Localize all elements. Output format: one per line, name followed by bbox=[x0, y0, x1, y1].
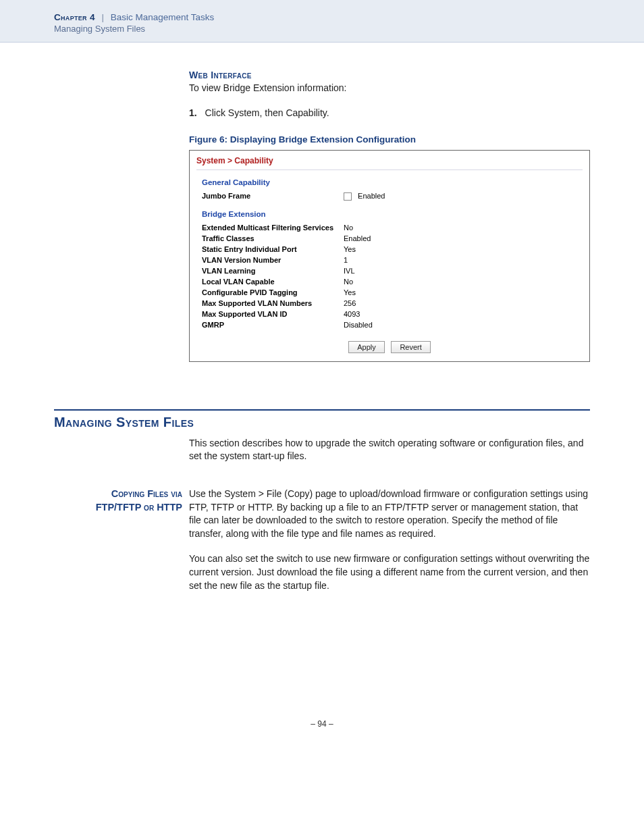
subsection: Copying Files via FTP/TFTP or HTTP Use t… bbox=[54, 488, 590, 604]
bridge-row-value: No bbox=[344, 278, 353, 286]
jumbo-frame-text: Enabled bbox=[358, 192, 385, 200]
web-interface-heading: Web Interface bbox=[189, 70, 590, 80]
bridge-row-value: 256 bbox=[344, 299, 356, 307]
bridge-row: Configurable PVID TaggingYes bbox=[196, 287, 583, 298]
bridge-row: Extended Multicast Filtering ServicesNo bbox=[196, 222, 583, 233]
bridge-row: Max Supported VLAN Numbers256 bbox=[196, 298, 583, 309]
bridge-row: GMRPDisabled bbox=[196, 319, 583, 330]
bridge-row-value: IVL bbox=[344, 267, 355, 275]
web-interface-intro: To view Bridge Extension information: bbox=[189, 82, 590, 95]
subsection-para1: Use the System > File (Copy) page to upl… bbox=[189, 488, 590, 540]
bridge-row-value: 4093 bbox=[344, 310, 360, 318]
side-heading-line1: Copying Files via bbox=[54, 488, 182, 501]
bridge-row-label: Max Supported VLAN ID bbox=[202, 310, 344, 318]
section-intro: This section describes how to upgrade th… bbox=[189, 437, 590, 463]
jumbo-frame-label: Jumbo Frame bbox=[202, 192, 344, 200]
chapter-label: Chapter 4 bbox=[54, 12, 95, 22]
bridge-row: VLAN LearningIVL bbox=[196, 265, 583, 276]
figure-breadcrumb: System > Capability bbox=[196, 156, 583, 170]
section-heading: Managing System Files bbox=[54, 415, 590, 430]
bridge-row: Local VLAN CapableNo bbox=[196, 276, 583, 287]
jumbo-frame-row: Jumbo Frame Enabled bbox=[196, 190, 583, 202]
figure-screenshot: System > Capability General Capability J… bbox=[189, 150, 590, 362]
bridge-row-value: Disabled bbox=[344, 321, 373, 329]
subsection-side-heading: Copying Files via FTP/TFTP or HTTP bbox=[54, 488, 189, 604]
figure-button-row: Apply Revert bbox=[196, 341, 583, 353]
bridge-row-label: Local VLAN Capable bbox=[202, 278, 344, 286]
separator: | bbox=[101, 12, 104, 22]
page-content: Web Interface To view Bridge Extension i… bbox=[54, 70, 590, 604]
bridge-row-value: Yes bbox=[344, 288, 356, 296]
step-1: 1. Click System, then Capability. bbox=[189, 107, 590, 120]
bridge-row-value: Yes bbox=[344, 245, 356, 253]
chapter-line: Chapter 4 | Basic Management Tasks bbox=[54, 12, 590, 22]
figure-caption: Figure 6: Displaying Bridge Extension Co… bbox=[189, 134, 590, 145]
bridge-row-label: Traffic Classes bbox=[202, 234, 344, 242]
step-text: Click System, then Capability. bbox=[205, 107, 329, 118]
bridge-row: VLAN Version Number1 bbox=[196, 255, 583, 265]
bridge-row-label: Static Entry Individual Port bbox=[202, 245, 344, 253]
bridge-row-value: No bbox=[344, 224, 353, 232]
side-heading-line2: FTP/TFTP or HTTP bbox=[54, 501, 182, 515]
section-divider: Managing System Files bbox=[54, 409, 590, 430]
chapter-title: Basic Management Tasks bbox=[111, 12, 215, 22]
bridge-row-label: Max Supported VLAN Numbers bbox=[202, 299, 344, 307]
bridge-row-value: 1 bbox=[344, 256, 348, 264]
subsection-para2: You can also set the switch to use new f… bbox=[189, 552, 590, 592]
bridge-row: Traffic ClassesEnabled bbox=[196, 233, 583, 244]
apply-button[interactable]: Apply bbox=[348, 341, 385, 353]
page-number: – 94 – bbox=[0, 719, 644, 749]
general-capability-title: General Capability bbox=[202, 178, 583, 186]
jumbo-frame-checkbox[interactable] bbox=[344, 192, 352, 201]
bridge-row-value: Enabled bbox=[344, 234, 371, 242]
jumbo-frame-value: Enabled bbox=[344, 192, 385, 201]
bridge-row: Max Supported VLAN ID4093 bbox=[196, 309, 583, 319]
step-number: 1. bbox=[189, 107, 197, 118]
bridge-row-label: VLAN Learning bbox=[202, 267, 344, 275]
page-header: Chapter 4 | Basic Management Tasks Manag… bbox=[0, 0, 644, 43]
header-subtitle: Managing System Files bbox=[54, 24, 590, 34]
bridge-row-label: Configurable PVID Tagging bbox=[202, 288, 344, 296]
bridge-row-label: GMRP bbox=[202, 321, 344, 329]
bridge-extension-title: Bridge Extension bbox=[202, 210, 583, 218]
revert-button[interactable]: Revert bbox=[391, 341, 430, 353]
bridge-row: Static Entry Individual PortYes bbox=[196, 244, 583, 255]
bridge-row-label: Extended Multicast Filtering Services bbox=[202, 224, 344, 232]
bridge-row-label: VLAN Version Number bbox=[202, 256, 344, 264]
